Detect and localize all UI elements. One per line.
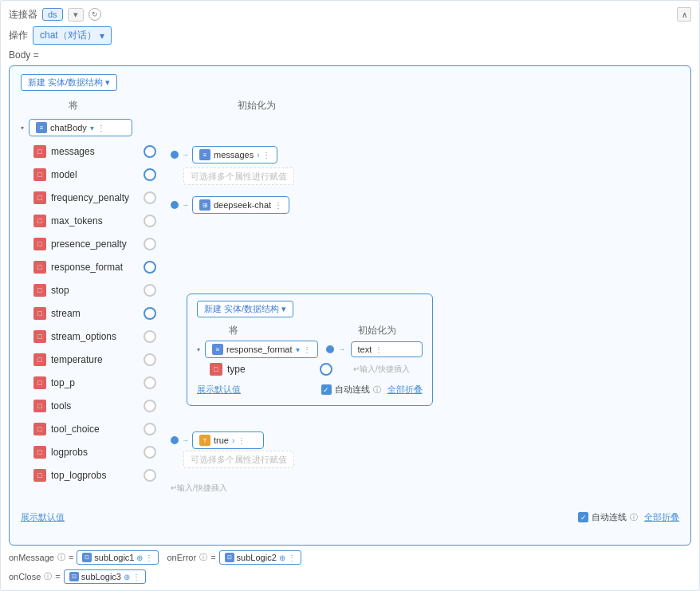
sub-col-will: 将 (229, 324, 238, 337)
event-icon-onmessage: ⊡ (82, 553, 92, 562)
messages-init-dots[interactable]: ⋮ (262, 151, 270, 160)
event-item-onmessage: onMessage ⓘ = ⊡ subLogic1 ⊕ ⋮ (9, 550, 159, 565)
events-row: onMessage ⓘ = ⊡ subLogic1 ⊕ ⋮ onError ⓘ … (9, 550, 691, 565)
event-node-onerror[interactable]: ⊡ subLogic2 ⊕ ⋮ (219, 550, 301, 565)
event-node-dots-onclose[interactable]: ⋮ (132, 573, 140, 581)
sub-rf-expand[interactable]: ▾ (197, 346, 200, 353)
field-icon-top-logprobs: □ (33, 469, 46, 482)
event-node-onmessage[interactable]: ⊡ subLogic1 ⊕ ⋮ (77, 550, 159, 565)
field-connector-logprobs[interactable] (144, 446, 156, 459)
panel-collapse-btn[interactable]: ∧ (677, 7, 691, 22)
sub-rf-chevron[interactable]: ▾ (296, 345, 300, 354)
field-connector-model[interactable] (144, 168, 156, 181)
body-row: Body = (9, 49, 691, 61)
field-connector-tools[interactable] (144, 400, 156, 412)
messages-init-name: messages (214, 150, 254, 160)
new-entity-label: 新建 实体/数据结构 (28, 77, 103, 89)
sub-fold-all[interactable]: 全部折叠 (387, 384, 423, 396)
main-fold-all[interactable]: 全部折叠 (644, 511, 679, 523)
panel-header: 新建 实体/数据结构 ▾ (21, 74, 679, 91)
true-dots[interactable]: ⋮ (238, 436, 246, 445)
init-presence-row (171, 266, 433, 287)
field-connector-presence-penalty[interactable] (144, 238, 156, 250)
field-connector-temperature[interactable] (144, 353, 156, 366)
deepseek-dots[interactable]: ⋮ (274, 201, 282, 210)
chatbody-dots[interactable]: ⋮ (97, 124, 105, 132)
field-connector-frequency-penalty[interactable] (144, 191, 156, 204)
operation-select[interactable]: chat（对话） ▾ (33, 26, 112, 45)
main-bottom-bar: 展示默认值 ✓ 自动连线 ⓘ 全部折叠 (21, 508, 679, 526)
field-row-max-tokens: □ max_tokens (33, 211, 156, 231)
events-row-2: onClose ⓘ = ⊡ subLogic3 ⊕ ⋮ (9, 569, 691, 584)
field-row-tool-choice: □ tool_choice (33, 419, 156, 439)
sub-rf-row: ▾ ≡ response_format ▾ ⋮ → (197, 341, 423, 358)
init-response-format-row: 新建 实体/数据结构 ▾ 将 初始化为 ▾ (171, 290, 433, 406)
main-auto-connect-label: ✓ 自动连线 ⓘ (578, 511, 638, 523)
field-connector-response-format[interactable] (144, 261, 156, 274)
sub-show-default[interactable]: 展示默认值 (197, 384, 241, 396)
event-node-dots-onmessage[interactable]: ⋮ (145, 554, 153, 562)
chatbody-expand[interactable]: ▾ (21, 124, 24, 132)
messages-init-chevron[interactable]: › (257, 151, 259, 160)
field-row-model: □ model (33, 164, 156, 185)
field-connector-max-tokens[interactable] (144, 215, 156, 227)
event-info-onmessage[interactable]: ⓘ (57, 552, 65, 563)
sub-auto-connect-area: ✓ 自动连线 ⓘ 全部折叠 (321, 384, 423, 396)
main-auto-connect-checkbox[interactable]: ✓ (578, 512, 588, 522)
field-name-presence-penalty: presence_penalty (51, 238, 139, 250)
connector-ds-badge[interactable]: ds (42, 8, 63, 21)
event-info-onclose[interactable]: ⓘ (44, 571, 52, 582)
sub-auto-connect-info[interactable]: ⓘ (373, 384, 381, 396)
field-row-logprobs: □ logprobs (33, 442, 156, 463)
event-eq-onmessage: = (69, 553, 73, 562)
sub-type-connector[interactable] (320, 363, 332, 376)
connector-arrow[interactable]: ▾ (68, 8, 84, 22)
field-row-stream-options: □ stream_options (33, 326, 156, 347)
messages-init-node[interactable]: ≡ messages › ⋮ (192, 146, 277, 164)
field-connector-tool-choice[interactable] (144, 423, 156, 435)
event-node-circle-onmessage[interactable]: ⊕ (136, 554, 143, 562)
field-icon-messages: □ (33, 145, 46, 158)
field-connector-stream-options[interactable] (144, 330, 156, 343)
sub-col-init: 初始化为 (358, 324, 396, 337)
new-entity-btn[interactable]: 新建 实体/数据结构 ▾ (21, 74, 117, 91)
sub-rf-dots[interactable]: ⋮ (303, 345, 311, 354)
field-connector-stop[interactable] (144, 284, 156, 297)
chatbody-row: ▾ ≡ chatBody ▾ ⋮ (21, 117, 156, 138)
event-node-dots-onerror[interactable]: ⋮ (288, 554, 296, 562)
field-connector-stream[interactable] (144, 307, 156, 320)
arrow-model: → (182, 201, 189, 209)
true-chevron[interactable]: › (232, 436, 234, 445)
text-init-node[interactable]: text ⋮ (351, 341, 423, 357)
sub-auto-connect-checkbox[interactable]: ✓ (321, 384, 332, 395)
field-name-logprobs: logprobs (51, 447, 139, 458)
deepseek-node[interactable]: ⊞ deepseek-chat ⋮ (192, 196, 289, 214)
main-show-default[interactable]: 展示默认值 (21, 511, 65, 523)
sub-rf-node[interactable]: ≡ response_format ▾ ⋮ (205, 341, 318, 358)
text-init-dots[interactable]: ⋮ (375, 345, 383, 354)
true-name: true (214, 435, 229, 445)
event-node-circle-onerror[interactable]: ⊕ (279, 554, 285, 562)
connector-settings-icon[interactable]: ↻ (88, 8, 101, 21)
sub-rf-arrow: → (339, 345, 346, 353)
event-item-onerror: onError ⓘ = ⊡ subLogic2 ⊕ ⋮ (167, 550, 301, 565)
connector-label: 连接器 (9, 8, 37, 22)
field-connector-top-p[interactable] (144, 376, 156, 389)
event-label-onerror: onError (167, 553, 196, 562)
main-auto-connect-info[interactable]: ⓘ (630, 512, 638, 523)
chatbody-name: chatBody (50, 123, 87, 132)
sub-new-entity-btn[interactable]: 新建 实体/数据结构 ▾ (197, 301, 293, 317)
event-node-onclose[interactable]: ⊡ subLogic3 ⊕ ⋮ (64, 569, 146, 584)
text-init-name: text (358, 345, 372, 354)
col-init-label: 初始化为 (238, 99, 276, 112)
field-connector-messages[interactable] (144, 145, 156, 158)
event-node-circle-onclose[interactable]: ⊕ (124, 573, 130, 581)
field-connector-top-logprobs[interactable] (144, 469, 156, 482)
field-name-model: model (51, 169, 139, 180)
chatbody-chevron[interactable]: ▾ (90, 124, 94, 132)
chatbody-node[interactable]: ≡ chatBody ▾ ⋮ (29, 119, 132, 136)
sub-new-entity-arrow: ▾ (281, 304, 286, 314)
connector-dot-model (171, 201, 179, 209)
event-info-onerror[interactable]: ⓘ (199, 552, 207, 563)
true-init-node[interactable]: T true › ⋮ (192, 431, 264, 449)
